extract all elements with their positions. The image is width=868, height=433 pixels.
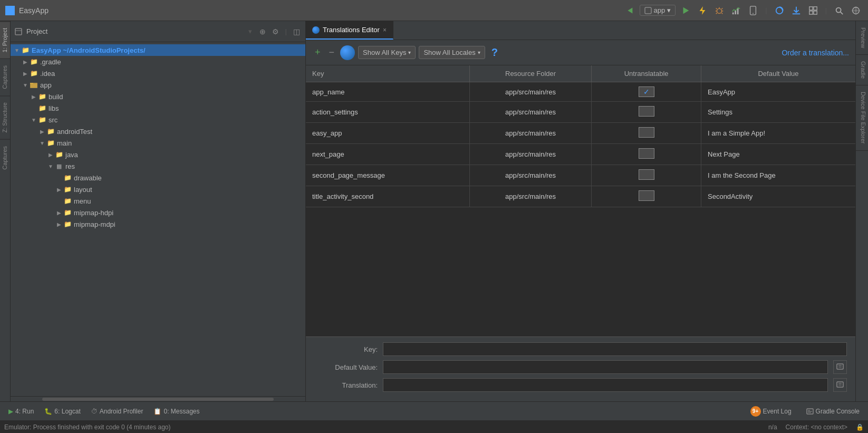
tree-label-gradle: .gradle [40,58,61,66]
remove-translation-btn[interactable]: − [326,45,337,60]
download-button[interactable] [789,5,803,16]
translations-editor-tab[interactable]: Translations Editor × [306,21,393,40]
key-input[interactable] [383,342,847,356]
tree-item-mipmap-hdpi[interactable]: 📁 mipmap-hdpi [11,207,305,218]
tree-item-menu[interactable]: 📁 menu [11,195,305,207]
profiler-label: Android Profiler [100,408,143,415]
sidebar-tab-structure[interactable]: Z: Structure [0,95,10,139]
tree-item-easyapp[interactable]: 📁 EasyApp ~/AndroidStudioProjects/ [11,44,305,56]
translation-row: Translation: [314,378,847,392]
logcat-tool[interactable]: 🐛 6: Logcat [40,407,84,416]
order-translation-link[interactable]: Order a translation... [782,49,849,57]
tree-item-libs[interactable]: 📁 libs [11,102,305,114]
table-row[interactable]: app_name app/src/main/res EasyApp [306,82,855,102]
cell-default-value: I am a Simple App! [701,123,856,144]
tree-item-drawable[interactable]: 📁 drawable [11,172,305,184]
tree-item-androidtest[interactable]: 📁 androidTest [11,126,305,137]
table-header-row: Key Resource Folder Untranslatable Defau… [306,65,855,82]
svg-rect-24 [809,6,812,9]
app-dropdown[interactable]: app ▾ [640,5,676,16]
analyze-button[interactable] [773,5,786,16]
tree-item-src[interactable]: 📁 src [11,114,305,126]
table-row[interactable]: next_page app/src/main/res Next Page [306,144,855,165]
profiler-tool[interactable]: ⏱ Android Profiler [87,407,148,416]
table-row[interactable]: easy_app app/src/main/res I am a Simple … [306,123,855,144]
gradle-console-tool[interactable]: Gradle Console [802,407,864,416]
untranslatable-checkbox[interactable] [639,169,654,180]
show-all-locales-label: Show All Locales [423,49,475,56]
translation-expand-btn[interactable] [833,378,847,392]
untranslatable-checkbox[interactable] [639,127,654,138]
tab-close-btn[interactable]: × [383,26,387,34]
app-icon [5,6,15,15]
event-log-tool[interactable]: 9+ Event Log [746,405,796,418]
folder-icon: 📁 [38,116,46,124]
untranslatable-checkbox[interactable] [639,106,654,117]
show-all-keys-label: Show All Keys [363,49,406,56]
tree-item-app[interactable]: app [11,79,305,91]
add-translation-btn[interactable]: + [312,45,323,60]
untranslatable-checkbox[interactable] [639,148,654,159]
right-tab-gradle[interactable]: Gradle [856,55,868,85]
sidebar-tab-project[interactable]: 1: Project [0,21,10,59]
tree-item-mipmap-mdpi[interactable]: 📁 mipmap-mdpi [11,218,305,230]
more-tools-button[interactable] [806,5,820,16]
svg-rect-27 [814,11,817,14]
event-log-badge: 9+ [750,406,761,417]
right-tab-device-file-explorer[interactable]: Device File Explorer [856,85,868,150]
project-panel-header: Project ▾ ⊕ ⚙ | ◫ [11,21,305,42]
tree-item-idea[interactable]: 📁 .idea [11,68,305,79]
svg-marker-7 [700,6,706,14]
default-value-input[interactable] [383,360,828,374]
debug-button[interactable] [712,5,726,16]
cell-default-value: Settings [701,102,856,123]
title-bar-text: EasyApp [19,6,49,15]
tree-item-layout[interactable]: 📁 layout [11,184,305,195]
tab-label: Translations Editor [323,26,380,34]
col-resource-folder: Resource Folder [469,65,591,82]
run-button[interactable] [679,5,692,16]
messages-tool[interactable]: 📋 0: Messages [149,407,204,416]
tree-label-main: main [57,139,72,147]
show-all-keys-btn[interactable]: Show All Keys ▾ [358,46,416,59]
table-row[interactable]: action_settings app/src/main/res Setting… [306,102,855,123]
tree-item-build[interactable]: 📁 build [11,91,305,102]
untranslatable-checkbox[interactable] [639,86,654,97]
run-icon: ▶ [8,408,13,415]
run-tool[interactable]: ▶ 4: Run [4,407,38,416]
sidebar-tab-favorites[interactable]: Captures [0,59,10,95]
default-value-expand-btn[interactable] [833,360,847,374]
tree-arrow [46,162,55,170]
cell-untranslatable [592,82,701,102]
svg-rect-1 [7,8,9,10]
tree-item-main[interactable]: 📁 main [11,137,305,149]
cell-resource-folder: app/src/main/res [469,165,591,186]
search-button[interactable] [832,5,846,16]
tree-item-java[interactable]: 📁 java [11,149,305,160]
tree-item-gradle[interactable]: 📁 .gradle [11,56,305,68]
cell-default-value: Next Page [701,144,856,165]
device-button[interactable] [746,5,760,16]
lightning-button[interactable] [696,5,709,16]
right-tab-preview[interactable]: Preview [856,21,868,55]
settings-panel-btn[interactable]: ⚙ [271,26,280,37]
profile-button[interactable] [729,5,743,16]
event-log-label: Event Log [763,408,792,415]
collapse-panel-btn[interactable]: ◫ [292,26,301,37]
tree-item-res[interactable]: ▦ res [11,160,305,172]
cell-default-value: EasyApp [701,82,856,102]
untranslatable-checkbox[interactable] [639,190,654,201]
svg-rect-38 [837,364,843,369]
show-all-locales-btn[interactable]: Show All Locales ▾ [419,46,485,59]
back-button[interactable] [623,5,636,16]
help-btn[interactable]: ? [488,45,501,60]
translation-input[interactable] [383,378,828,392]
table-row[interactable]: second_page_message app/src/main/res I a… [306,165,855,186]
settings-button[interactable] [849,5,863,16]
add-panel-btn[interactable]: ⊕ [258,26,267,37]
globe-btn[interactable] [340,45,355,60]
col-default-value: Default Value [701,65,856,82]
editor-area: Translations Editor × + − Show All Keys … [306,21,855,401]
sidebar-tab-captures[interactable]: Captures [0,139,10,176]
table-row[interactable]: title_activity_second app/src/main/res S… [306,186,855,207]
